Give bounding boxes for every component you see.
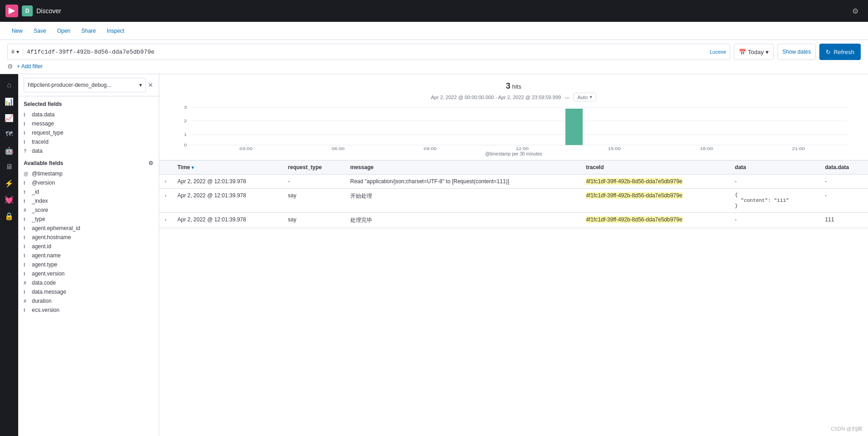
query-prefix[interactable]: # ▾ xyxy=(11,49,23,55)
show-dates-button[interactable]: Show dates xyxy=(777,44,816,60)
nav-home-icon[interactable]: ⌂ xyxy=(2,78,16,92)
add-filter-button[interactable]: + Add filter xyxy=(17,63,43,70)
expand-button[interactable]: › xyxy=(165,216,167,223)
nav-apm-icon[interactable]: ⚡ xyxy=(2,176,16,190)
new-button[interactable]: New xyxy=(7,26,27,36)
inspect-button[interactable]: Inspect xyxy=(102,26,129,36)
selected-field-item[interactable]: ttraceId xyxy=(18,137,159,146)
available-field-item[interactable]: t_id xyxy=(18,187,159,196)
query-input-wrap: # ▾ Lucene xyxy=(7,44,730,60)
field-name: @version xyxy=(32,180,55,186)
field-type-badge: t xyxy=(24,180,29,185)
field-name: ecs.version xyxy=(32,307,60,313)
available-field-item[interactable]: tagent.hostname xyxy=(18,233,159,242)
lucene-badge[interactable]: Lucene xyxy=(710,49,726,55)
available-field-item[interactable]: tagent.ephemeral_id xyxy=(18,224,159,233)
svg-text:0: 0 xyxy=(184,143,187,147)
available-field-item[interactable]: t_index xyxy=(18,196,159,205)
results-table: Time ▾ request_type message traceId data… xyxy=(159,160,868,228)
traceid-cell: 4f1fc1df-39ff-492b-8d56-dda7e5db979e xyxy=(580,189,729,213)
available-field-item[interactable]: tagent.type xyxy=(18,260,159,269)
nav-uptime-icon[interactable]: 💓 xyxy=(2,192,16,207)
nav-infrastructure-icon[interactable]: 🖥 xyxy=(2,160,16,174)
selected-field-item[interactable]: tmessage xyxy=(18,119,159,128)
th-data-data[interactable]: data.data xyxy=(820,160,868,175)
available-fields-title: Available fields ⚙ xyxy=(18,155,159,169)
index-value: httpclient-producer-demo_debug... xyxy=(28,82,111,88)
expand-button[interactable]: › xyxy=(165,178,167,185)
share-button[interactable]: Share xyxy=(77,26,101,36)
selected-field-item[interactable]: tdata.data xyxy=(18,110,159,119)
expand-cell[interactable]: › xyxy=(159,175,172,189)
expand-cell[interactable]: › xyxy=(159,213,172,228)
expand-button[interactable]: › xyxy=(165,192,167,199)
left-nav: ⌂ 📊 📈 🗺 🤖 🖥 ⚡ 💓 🔒 ⚙ xyxy=(0,74,18,436)
nav-security-icon[interactable]: 🔒 xyxy=(2,209,16,223)
nav-maps-icon[interactable]: 🗺 xyxy=(2,127,16,141)
data-data-cell: - xyxy=(820,175,868,189)
field-type-badge: t xyxy=(24,121,29,126)
available-field-item[interactable]: tagent.id xyxy=(18,242,159,251)
field-name: data.code xyxy=(32,280,56,286)
top-bar: D Discover ⚙ xyxy=(0,0,868,22)
selected-field-item[interactable]: ?data xyxy=(18,146,159,155)
available-field-item[interactable]: t_type xyxy=(18,215,159,224)
results-table-wrap[interactable]: Time ▾ request_type message traceId data… xyxy=(159,160,868,436)
th-message[interactable]: message xyxy=(345,160,580,175)
date-picker[interactable]: 📅 Today ▾ xyxy=(734,44,774,60)
auto-dropdown[interactable]: Auto ▾ xyxy=(573,93,596,101)
time-cell: Apr 2, 2022 @ 12:01:39.978 xyxy=(172,175,283,189)
available-fields-settings-icon[interactable]: ⚙ xyxy=(148,160,153,166)
svg-text:2: 2 xyxy=(184,119,187,123)
expand-cell[interactable]: › xyxy=(159,189,172,213)
svg-text:12:00: 12:00 xyxy=(516,146,529,150)
field-type-badge: ? xyxy=(24,149,29,154)
chevron-down-icon: ▾ xyxy=(766,49,769,55)
chevron-down-icon: ▾ xyxy=(590,94,592,100)
open-button[interactable]: Open xyxy=(52,26,75,36)
index-close-icon[interactable]: ✕ xyxy=(148,81,153,89)
available-field-item[interactable]: @@timestamp xyxy=(18,169,159,178)
histogram-chart: 3 2 1 0 03:00 06:00 09:00 12:00 15:00 18… xyxy=(168,105,859,150)
field-type-badge: t xyxy=(24,244,29,249)
content-area: httpclient-producer-demo_debug... ▾ ✕ Se… xyxy=(18,74,868,436)
index-dropdown[interactable]: httpclient-producer-demo_debug... ▾ xyxy=(24,78,146,92)
filter-settings-icon[interactable]: ⚙ xyxy=(7,63,13,70)
available-field-item[interactable]: #_score xyxy=(18,205,159,215)
available-field-item[interactable]: #duration xyxy=(18,296,159,306)
field-type-badge: # xyxy=(24,208,29,213)
field-type-badge: @ xyxy=(24,171,29,176)
th-data[interactable]: data xyxy=(729,160,819,175)
nav-ml-icon[interactable]: 🤖 xyxy=(2,143,16,158)
svg-text:1: 1 xyxy=(184,132,187,137)
traceid-cell: 4f1fc1df-39ff-492b-8d56-dda7e5db979e xyxy=(580,213,729,228)
nav-analytics-icon[interactable]: 📊 xyxy=(2,94,16,109)
field-name: agent.id xyxy=(32,243,51,250)
available-field-item[interactable]: #data.code xyxy=(18,278,159,287)
field-name: _id xyxy=(32,189,39,195)
available-field-item[interactable]: tagent.name xyxy=(18,251,159,260)
th-traceid[interactable]: traceId xyxy=(580,160,729,175)
selected-field-item[interactable]: trequest_type xyxy=(18,128,159,137)
save-button[interactable]: Save xyxy=(29,26,50,36)
field-name: @timestamp xyxy=(32,170,63,177)
settings-icon[interactable]: ⚙ xyxy=(848,4,863,18)
th-request-type[interactable]: request_type xyxy=(283,160,345,175)
nav-visualization-icon[interactable]: 📈 xyxy=(2,110,16,125)
available-field-item[interactable]: tdata.message xyxy=(18,287,159,296)
field-type-badge: t xyxy=(24,253,29,258)
th-expand xyxy=(159,160,172,175)
field-type-badge: # xyxy=(24,281,29,286)
refresh-button[interactable]: ↻ Refresh xyxy=(819,44,861,60)
th-time[interactable]: Time ▾ xyxy=(172,160,283,175)
available-field-item[interactable]: t@version xyxy=(18,178,159,187)
svg-text:21:00: 21:00 xyxy=(792,146,805,150)
selected-fields-title: Selected fields xyxy=(18,96,159,110)
field-type-badge: t xyxy=(24,271,29,276)
message-cell: Read "application/json;charset=UTF-8" to… xyxy=(345,175,580,189)
available-field-item[interactable]: tagent.version xyxy=(18,269,159,278)
available-field-item[interactable]: tecs.version xyxy=(18,306,159,315)
logo-area: D Discover xyxy=(5,5,61,17)
query-input[interactable] xyxy=(27,49,710,55)
app-letter: D xyxy=(22,5,33,16)
